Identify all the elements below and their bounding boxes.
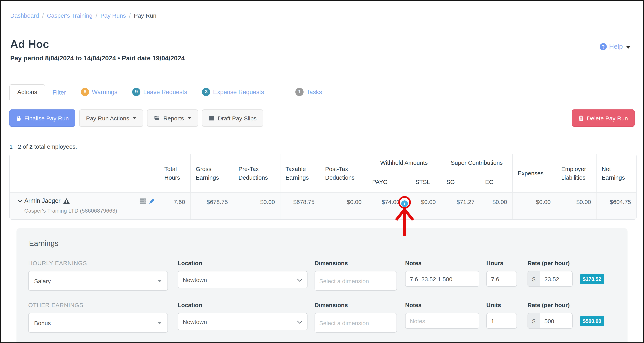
line-total-badge: $178.52: [580, 274, 604, 284]
payg-info-icon[interactable]: i: [401, 200, 408, 207]
col-gross-earnings: Gross Earnings: [190, 154, 233, 192]
tab-leave-requests[interactable]: 9 Leave Requests: [125, 84, 194, 100]
warning-icon[interactable]: [63, 198, 70, 204]
col-ec: EC: [480, 172, 512, 192]
breadcrumb-business[interactable]: Casper's Training: [47, 12, 92, 19]
employee-name[interactable]: Armin Jaeger: [24, 197, 60, 204]
tab-label: Warnings: [92, 88, 118, 96]
col-payg: PAYG: [367, 172, 410, 192]
currency-prefix: $: [528, 271, 540, 287]
cell-stsl: $0.00: [410, 192, 441, 219]
breadcrumb-pay-runs[interactable]: Pay Runs: [100, 12, 126, 19]
pay-run-table: Total Hours Gross Earnings Pre-Tax Deduc…: [10, 154, 636, 220]
selected-earnings-type: Salary: [34, 278, 51, 284]
dimensions-label: Dimensions: [314, 260, 397, 267]
expand-row-chevron-icon[interactable]: [18, 198, 23, 203]
units-input[interactable]: [486, 313, 517, 329]
button-label: Delete Pay Run: [587, 115, 628, 122]
cell-total-hours: 7.60: [159, 192, 190, 219]
breadcrumb-dashboard[interactable]: Dashboard: [10, 12, 39, 19]
location-select[interactable]: Newtown: [178, 313, 308, 330]
cell-gross-earnings: $678.75: [190, 192, 233, 219]
pay-period-subtitle: Pay period 8/04/2024 to 14/04/2024 • Pai…: [10, 54, 634, 62]
caret-down-icon: [157, 322, 162, 324]
cell-sg: $71.27: [441, 192, 480, 219]
reports-button[interactable]: Reports: [147, 110, 198, 127]
selected-earnings-type: Bonus: [34, 320, 51, 326]
chevron-down-icon: [133, 117, 137, 119]
notes-input[interactable]: [405, 313, 479, 329]
breadcrumb-current: Pay Run: [134, 12, 156, 19]
tab-expense-requests[interactable]: 3 Expense Requests: [194, 84, 272, 100]
caret-down-icon: [157, 280, 162, 282]
earnings-type-select[interactable]: Salary: [28, 271, 168, 291]
other-earnings-row: OTHER EARNINGS Bonus Location Newtown: [28, 302, 616, 332]
button-label: Reports: [163, 115, 184, 122]
button-label: Draft Pay Slips: [218, 115, 256, 122]
button-label: Finalise Pay Run: [24, 115, 69, 122]
tab-actions[interactable]: Actions: [10, 84, 45, 100]
pay-run-page: Dashboard / Casper's Training / Pay Runs…: [0, 0, 644, 343]
breadcrumb-separator: /: [129, 12, 130, 19]
tab-warnings[interactable]: 8 Warnings: [74, 84, 125, 100]
delete-pay-run-button[interactable]: Delete Pay Run: [572, 110, 634, 127]
notes-input[interactable]: [405, 271, 479, 287]
page-title: Ad Hoc: [10, 38, 634, 50]
earnings-title: Earnings: [29, 239, 616, 248]
cell-post-tax-deductions: $0.00: [320, 192, 367, 219]
warnings-count-badge: 8: [81, 88, 89, 96]
cell-payg: $74.00i: [367, 192, 410, 219]
employee-row: Armin Jaeger: [10, 192, 636, 219]
location-label: Location: [178, 302, 308, 309]
help-icon: ?: [600, 43, 607, 50]
pay-run-notes-icon[interactable]: [140, 198, 146, 204]
col-stsl: STSL: [410, 172, 441, 192]
employee-company: Casper's Training LTD (58606879663): [24, 208, 155, 214]
count-prefix: 1 - 2 of: [10, 143, 30, 150]
currency-prefix: $: [528, 313, 540, 329]
earnings-type-select[interactable]: Bonus: [28, 313, 168, 332]
notes-label: Notes: [405, 260, 479, 267]
help-dropdown[interactable]: ? Help: [600, 43, 631, 50]
cell-ec: $0.00: [480, 192, 512, 219]
hours-label: Hours: [486, 260, 517, 267]
pay-run-actions-button[interactable]: Pay Run Actions: [80, 110, 143, 127]
rate-label: Rate (per hour): [528, 302, 572, 309]
dimensions-input[interactable]: [314, 313, 397, 332]
section-label-hourly-earnings: HOURLY EARNINGS: [28, 260, 168, 267]
col-post-tax-deductions: Post-Tax Deductions: [320, 154, 367, 192]
section-label-other-earnings: OTHER EARNINGS: [28, 302, 168, 309]
finalise-pay-run-button[interactable]: Finalise Pay Run: [10, 110, 76, 127]
tab-label: Tasks: [306, 88, 322, 96]
group-super-contributions: Super Contributions: [441, 154, 512, 172]
breadcrumb: Dashboard / Casper's Training / Pay Runs…: [1, 1, 643, 30]
dimensions-input[interactable]: [314, 271, 397, 291]
rate-input[interactable]: [540, 271, 572, 287]
edit-pencil-icon[interactable]: [149, 198, 155, 204]
chevron-down-icon: [297, 276, 302, 283]
breadcrumb-separator: /: [42, 12, 44, 19]
group-withheld-amounts: Withheld Amounts: [367, 154, 441, 172]
trash-icon: [578, 115, 584, 121]
col-pre-tax-deductions: Pre-Tax Deductions: [233, 154, 280, 192]
units-label: Units: [486, 302, 517, 309]
tab-label: Expense Requests: [213, 88, 264, 96]
breadcrumb-separator: /: [96, 12, 97, 19]
tab-label: Actions: [17, 89, 37, 96]
tab-label: Leave Requests: [143, 88, 187, 96]
button-label: Pay Run Actions: [86, 115, 129, 122]
notes-label: Notes: [405, 302, 479, 309]
cell-expenses: $0.00: [512, 192, 556, 219]
tab-filter[interactable]: Filter: [45, 85, 74, 100]
chevron-down-icon: [188, 117, 192, 119]
employee-column-header: [10, 154, 159, 192]
lock-icon: [16, 115, 21, 121]
col-total-hours: Total Hours: [159, 154, 190, 192]
rate-input[interactable]: [540, 313, 572, 329]
cell-net-earnings: $604.75: [596, 192, 636, 219]
tab-tasks[interactable]: 1 Tasks: [288, 84, 330, 100]
hours-input[interactable]: [486, 271, 517, 287]
draft-pay-slips-button[interactable]: Draft Pay Slips: [202, 110, 263, 127]
location-select[interactable]: Newtown: [178, 271, 308, 288]
line-total-badge: $500.00: [580, 316, 604, 326]
